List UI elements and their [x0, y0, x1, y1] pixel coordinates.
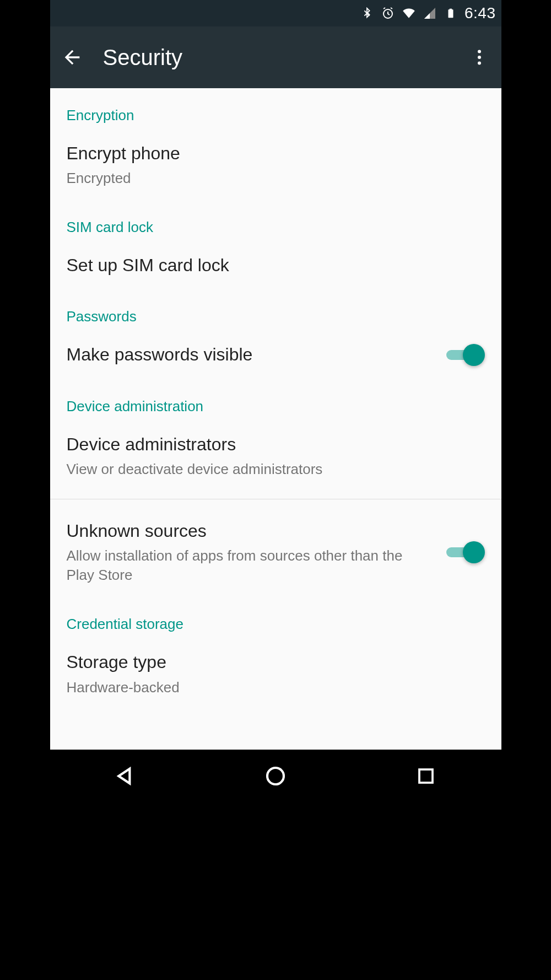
item-title: Device administrators — [67, 433, 474, 456]
status-bar: 6:43 — [50, 0, 501, 26]
unknown-sources-toggle[interactable] — [443, 541, 485, 563]
app-bar: Security — [50, 26, 501, 88]
svg-rect-1 — [449, 9, 453, 18]
more-vert-icon — [469, 47, 489, 67]
page-title: Security — [103, 45, 466, 70]
section-header-passwords: Passwords — [50, 289, 501, 331]
item-subtitle: Encrypted — [67, 169, 474, 188]
back-arrow-icon — [61, 46, 83, 68]
item-storage-type[interactable]: Storage type Hardware-backed — [50, 638, 501, 709]
item-sim-setup[interactable]: Set up SIM card lock — [50, 241, 501, 289]
status-time: 6:43 — [464, 4, 496, 22]
section-header-credential: Credential storage — [50, 597, 501, 638]
section-header-encryption: Encryption — [50, 88, 501, 130]
alarm-icon — [381, 6, 395, 20]
section-header-device-admin: Device administration — [50, 379, 501, 421]
triangle-back-icon — [114, 765, 136, 787]
item-passwords-visible[interactable]: Make passwords visible — [50, 331, 501, 379]
svg-point-3 — [478, 50, 481, 53]
svg-point-4 — [478, 56, 481, 59]
svg-point-6 — [267, 768, 284, 784]
item-title: Storage type — [67, 650, 474, 674]
switch-thumb — [463, 541, 485, 563]
cell-signal-icon — [423, 6, 437, 20]
svg-rect-7 — [419, 769, 433, 783]
nav-recents-button[interactable] — [393, 760, 459, 793]
wifi-icon — [402, 6, 416, 20]
section-header-sim: SIM card lock — [50, 200, 501, 241]
battery-icon — [444, 6, 458, 20]
item-encrypt-phone[interactable]: Encrypt phone Encrypted — [50, 130, 501, 200]
item-subtitle: View or deactivate device administrators — [67, 460, 474, 479]
item-subtitle: Hardware-backed — [67, 678, 474, 697]
nav-back-button[interactable] — [92, 760, 158, 793]
bluetooth-icon — [360, 6, 374, 20]
item-subtitle: Allow installation of apps from sources … — [67, 546, 432, 585]
nav-bar — [50, 750, 501, 803]
svg-point-5 — [478, 62, 481, 65]
switch-thumb — [463, 344, 485, 366]
item-title: Make passwords visible — [67, 343, 432, 367]
overflow-menu-button[interactable] — [466, 44, 493, 71]
square-recents-icon — [416, 766, 436, 786]
item-device-administrators[interactable]: Device administrators View or deactivate… — [50, 421, 501, 491]
item-title: Set up SIM card lock — [67, 254, 474, 277]
item-unknown-sources[interactable]: Unknown sources Allow installation of ap… — [50, 507, 501, 597]
passwords-visible-toggle[interactable] — [443, 344, 485, 366]
circle-home-icon — [264, 765, 287, 787]
item-title: Encrypt phone — [67, 142, 474, 165]
svg-rect-2 — [450, 9, 452, 10]
divider — [50, 499, 501, 499]
item-title: Unknown sources — [67, 519, 432, 543]
settings-list[interactable]: Encryption Encrypt phone Encrypted SIM c… — [50, 88, 501, 750]
back-button[interactable] — [59, 44, 85, 71]
nav-home-button[interactable] — [242, 760, 309, 793]
